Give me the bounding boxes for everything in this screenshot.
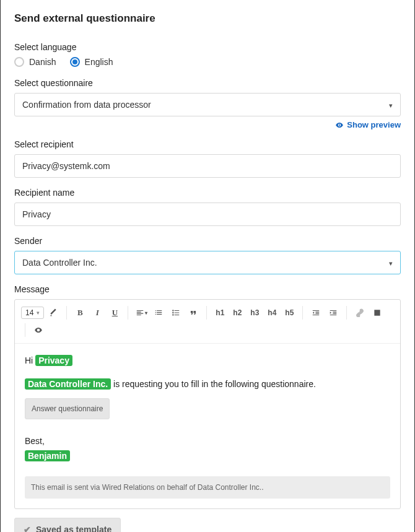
editor-content[interactable]: Hi Privacy Data Controller Inc. is reque… [15, 344, 400, 508]
sender-label: Sender [14, 236, 401, 246]
questionnaire-select[interactable]: Confirmation from data processor [14, 93, 401, 116]
preview-button[interactable] [30, 322, 46, 338]
language-option-danish[interactable]: Danish [14, 57, 56, 67]
show-preview-link[interactable]: Show preview [335, 120, 401, 129]
chevron-down-icon [389, 258, 393, 268]
h4-button[interactable]: h4 [264, 305, 280, 321]
message-label: Message [14, 284, 401, 294]
sender-name-tag: Benjamin [25, 450, 70, 461]
questionnaire-label: Select questionnaire [14, 78, 401, 88]
preview-link-label: Show preview [347, 120, 401, 129]
chevron-down-icon [389, 100, 393, 110]
h5-button[interactable]: h5 [281, 305, 297, 321]
radio-label: Danish [29, 57, 56, 67]
recipient-tag: Privacy [35, 355, 72, 366]
email-footer-note: This email is sent via Wired Relations o… [25, 476, 390, 499]
quote-button[interactable] [185, 305, 201, 321]
signoff-text: Best, [25, 436, 45, 446]
align-button[interactable]: ▾ [133, 305, 149, 321]
h3-button[interactable]: h3 [247, 305, 263, 321]
svg-point-0 [173, 310, 174, 311]
brush-icon[interactable] [45, 305, 61, 321]
svg-point-2 [173, 314, 174, 315]
select-value: Data Controller Inc. [22, 258, 97, 268]
outdent-button[interactable] [308, 305, 324, 321]
unordered-list-button[interactable] [168, 305, 184, 321]
language-option-english[interactable]: English [70, 57, 113, 67]
h2-button[interactable]: h2 [229, 305, 245, 321]
radio-label: English [85, 57, 113, 67]
page-title: Send external questionnaire [14, 12, 401, 25]
radio-icon [14, 57, 24, 67]
select-value: Confirmation from data processor [22, 100, 151, 110]
h1-button[interactable]: h1 [212, 305, 228, 321]
recipient-name-label: Recipient name [14, 188, 401, 198]
link-button[interactable] [352, 305, 368, 321]
sender-select[interactable]: Data Controller Inc. [14, 251, 401, 274]
bold-button[interactable]: B [72, 305, 88, 321]
svg-point-1 [173, 312, 174, 313]
greeting-text: Hi [25, 355, 33, 365]
recipient-input[interactable] [14, 154, 401, 178]
indent-button[interactable] [325, 305, 341, 321]
language-label: Select language [14, 42, 401, 52]
editor-toolbar: 14 B I U ▾ h1 h2 h3 h4 h5 [15, 300, 400, 344]
saved-template-label: Saved as template [36, 525, 111, 532]
language-radio-group: Danish English [14, 57, 401, 67]
check-icon: ✔ [24, 525, 31, 532]
answer-questionnaire-button: Answer questionnaire [25, 398, 110, 419]
eye-icon [335, 121, 344, 129]
message-editor: 14 B I U ▾ h1 h2 h3 h4 h5 [14, 299, 401, 509]
saved-as-template-button[interactable]: ✔ Saved as template [14, 518, 121, 532]
font-size-select[interactable]: 14 [21, 307, 44, 319]
request-text: is requesting you to fill in the followi… [113, 379, 316, 389]
modal: Send external questionnaire Select langu… [0, 0, 415, 532]
image-button[interactable] [369, 305, 385, 321]
radio-icon [70, 57, 80, 67]
underline-button[interactable]: U [107, 305, 123, 321]
recipient-label: Select recipient [14, 139, 401, 149]
ordered-list-button[interactable] [151, 305, 167, 321]
recipient-name-input[interactable] [14, 203, 401, 226]
sender-tag: Data Controller Inc. [25, 378, 111, 390]
italic-button[interactable]: I [89, 305, 105, 321]
